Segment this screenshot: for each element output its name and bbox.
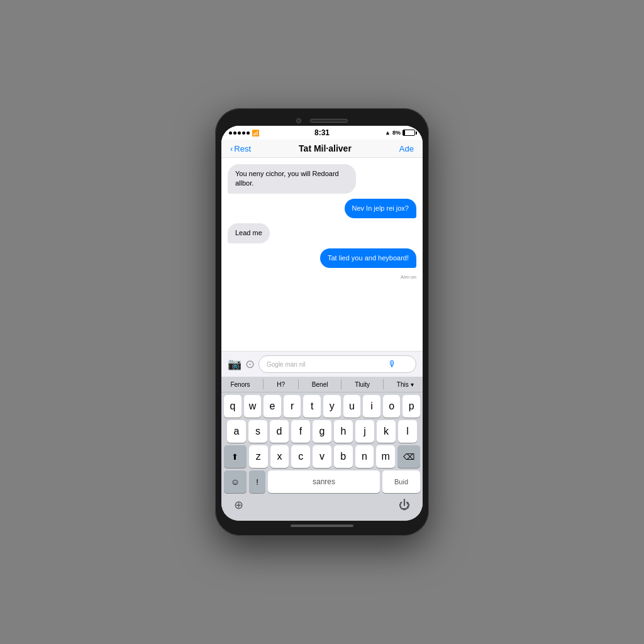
mic-icon[interactable]: 🎙	[388, 359, 397, 369]
autocomplete-item-4[interactable]: This ▾	[392, 380, 419, 389]
autocomplete-item-3[interactable]: Tluity	[350, 380, 375, 389]
message-bubble-out-2: Tat lied you and heyboard!	[228, 248, 416, 268]
key-f[interactable]: f	[291, 420, 310, 443]
key-g[interactable]: g	[313, 420, 331, 443]
keyboard-bottom-bar: ⊕ ⏻	[224, 496, 420, 517]
back-button[interactable]: ‹ Rest	[230, 144, 251, 153]
phone-top-bar	[221, 114, 423, 126]
autocomplete-item-0[interactable]: Fenors	[225, 380, 255, 389]
key-n[interactable]: n	[355, 445, 374, 468]
key-h[interactable]: h	[334, 420, 353, 443]
key-y[interactable]: y	[323, 395, 341, 418]
key-u[interactable]: u	[343, 395, 361, 418]
signal-dots	[229, 131, 250, 135]
key-return[interactable]: Buid	[382, 470, 420, 493]
bubble-text: You neny cichor, you will Redoard allbor…	[228, 164, 356, 194]
wifi-icon: 📶	[252, 130, 259, 136]
key-x[interactable]: x	[270, 445, 289, 468]
camera-icon[interactable]: 📷	[228, 357, 242, 371]
power-icon[interactable]: ⏻	[399, 499, 410, 512]
battery-icon	[402, 130, 415, 136]
status-bar: 📶 8:31 ▲ 8%	[221, 126, 423, 140]
autocomplete-divider	[341, 379, 341, 389]
status-time: 8:31	[314, 128, 330, 137]
chevron-left-icon: ‹	[230, 144, 233, 153]
speaker-bar	[310, 119, 348, 123]
input-placeholder: Gogle man nil	[267, 361, 306, 368]
autocomplete-divider	[298, 379, 299, 389]
key-j[interactable]: j	[355, 420, 374, 443]
key-k[interactable]: k	[377, 420, 396, 443]
bubble-text: Nev In jelp rei jox?	[345, 199, 417, 218]
key-b[interactable]: b	[334, 445, 353, 468]
message-timestamp: Alm·on	[228, 274, 416, 280]
key-t[interactable]: t	[303, 395, 321, 418]
phone-bottom	[221, 521, 423, 530]
message-input-field[interactable]: Gogle man nil 🎙	[258, 355, 416, 373]
autocomplete-divider	[383, 379, 384, 389]
autocomplete-item-1[interactable]: H?	[272, 380, 290, 389]
messages-area: You neny cichor, you will Redoard allbor…	[221, 158, 423, 351]
globe-icon[interactable]: ⊕	[234, 498, 243, 512]
nav-title: Tat Mil·aliver	[251, 143, 399, 153]
circle-icon[interactable]: ⊙	[245, 357, 255, 371]
key-exclaim[interactable]: !	[249, 470, 265, 493]
battery-percent: 8%	[392, 130, 401, 136]
key-v[interactable]: v	[313, 445, 331, 468]
key-delete[interactable]: ⌫	[397, 445, 420, 468]
input-area: 📷 ⊙ Gogle man nil 🎙	[221, 351, 423, 377]
key-o[interactable]: o	[383, 395, 401, 418]
status-left: 📶	[229, 130, 259, 136]
back-label: Rest	[234, 144, 251, 153]
key-z[interactable]: z	[249, 445, 268, 468]
key-i[interactable]: i	[363, 395, 380, 418]
key-shift[interactable]: ⬆	[224, 445, 247, 468]
autocomplete-divider	[263, 379, 264, 389]
key-a[interactable]: a	[227, 420, 246, 443]
message-bubble-in-2: Lead me	[228, 223, 416, 243]
keyboard: q w e r t y u i o p a s d f g h j k	[221, 392, 423, 521]
key-p[interactable]: p	[402, 395, 420, 418]
key-l[interactable]: l	[398, 420, 417, 443]
phone-screen: 📶 8:31 ▲ 8% ‹ Rest Tat Mil·aliver Ade	[221, 126, 423, 521]
keyboard-row-1: q w e r t y u i o p	[224, 395, 420, 418]
key-r[interactable]: r	[284, 395, 301, 418]
keyboard-row-4: ☺ ! sanres Buid	[224, 470, 420, 493]
key-e[interactable]: e	[264, 395, 281, 418]
key-emoji[interactable]: ☺	[224, 470, 247, 493]
message-bubble-out-1: Nev In jelp rei jox?	[228, 199, 416, 218]
key-s[interactable]: s	[248, 420, 267, 443]
key-d[interactable]: d	[270, 420, 289, 443]
phone-device: 📶 8:31 ▲ 8% ‹ Rest Tat Mil·aliver Ade	[215, 108, 429, 536]
key-w[interactable]: w	[244, 395, 262, 418]
keyboard-row-2: a s d f g h j k l	[224, 420, 420, 443]
key-c[interactable]: c	[291, 445, 310, 468]
battery-fill	[403, 130, 405, 135]
status-right: ▲ 8%	[385, 130, 415, 136]
keyboard-row-3: ⬆ z x c v b n m ⌫	[224, 445, 420, 468]
key-m[interactable]: m	[376, 445, 395, 468]
signal-icon: ▲	[385, 130, 391, 136]
home-indicator	[291, 525, 353, 527]
bubble-text: Lead me	[228, 223, 270, 243]
autocomplete-item-2[interactable]: Benel	[307, 380, 333, 389]
autocomplete-bar: Fenors H? Benel Tluity This ▾	[221, 377, 423, 392]
nav-bar: ‹ Rest Tat Mil·aliver Ade	[221, 140, 423, 158]
nav-action-button[interactable]: Ade	[399, 144, 414, 153]
message-bubble-in-1: You neny cichor, you will Redoard allbor…	[228, 164, 416, 194]
key-space[interactable]: sanres	[268, 470, 380, 493]
camera-dot	[296, 118, 301, 123]
key-q[interactable]: q	[224, 395, 242, 418]
bubble-text: Tat lied you and heyboard!	[320, 248, 416, 268]
